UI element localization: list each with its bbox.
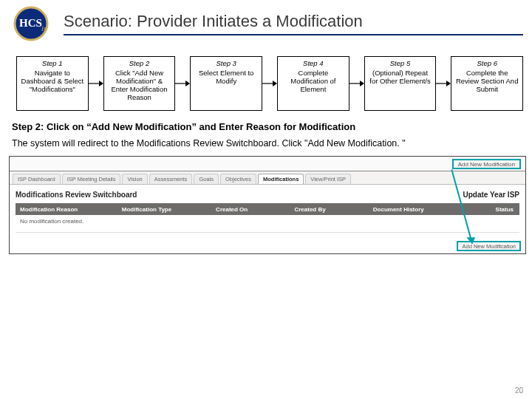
step-flow: Step 1 Navigate to Dashboard & Select "M… — [16, 56, 523, 111]
arrow-icon — [436, 56, 451, 111]
step-body: The system will redirect to the Modifica… — [12, 138, 523, 149]
screenshot-tabs: ISP Dashboard ISP Meeting Details Vision… — [10, 171, 525, 185]
arrow-icon — [175, 56, 190, 111]
step-instruction: Step 2: Click on “Add New Modification” … — [12, 121, 523, 132]
col-created-on: Created On — [211, 206, 290, 213]
svg-text:HCS: HCS — [19, 17, 42, 29]
tab-isp-dashboard[interactable]: ISP Dashboard — [13, 174, 61, 184]
tab-modifications[interactable]: Modifications — [258, 174, 304, 184]
panel-right-label: Update Year ISP — [463, 191, 519, 199]
page-title: Scenario: Provider Initiates a Modificat… — [64, 12, 523, 35]
step-box-3: Step 3 Select Element to Modify — [190, 56, 262, 111]
step-box-5: Step 5 (Optional) Repeat for Other Eleme… — [364, 56, 437, 111]
tab-assessments[interactable]: Assessments — [149, 174, 193, 184]
add-new-modification-button-bottom[interactable]: Add New Modification — [457, 241, 521, 251]
panel-title: Modifications Review Switchboard — [16, 191, 463, 199]
page-number: 20 — [515, 386, 523, 395]
arrow-icon — [262, 56, 277, 111]
tab-isp-meeting-details[interactable]: ISP Meeting Details — [62, 174, 121, 184]
arrow-icon — [349, 56, 364, 111]
slide-header: HCS is Scenario: Provider Initiates a Mo… — [9, 6, 523, 41]
table-header: Modification Reason Modification Type Cr… — [16, 203, 519, 215]
arrow-icon — [89, 56, 103, 111]
tab-goals[interactable]: Goals — [194, 174, 219, 184]
col-document-history: Document History — [369, 206, 463, 213]
step-box-2: Step 2 Click "Add New Modification" & En… — [103, 56, 176, 111]
col-created-by: Created By — [290, 206, 368, 213]
col-modification-reason: Modification Reason — [16, 206, 117, 213]
tab-vision[interactable]: Vision — [122, 174, 147, 184]
add-new-modification-button-top[interactable]: Add New Modification — [452, 159, 521, 169]
screenshot-mock: Add New Modification ISP Dashboard ISP M… — [9, 156, 526, 254]
tab-view-print-isp[interactable]: View/Print ISP — [305, 174, 351, 184]
svg-text:is: is — [41, 24, 47, 33]
step-box-6: Step 6 Complete the Review Section And S… — [451, 56, 523, 111]
screenshot-toolbar: Add New Modification — [10, 157, 525, 171]
hcsis-logo: HCS is — [9, 6, 56, 41]
step-box-1: Step 1 Navigate to Dashboard & Select "M… — [16, 56, 89, 111]
col-status: Status — [463, 206, 519, 213]
tab-objectives[interactable]: Objectives — [220, 174, 256, 184]
col-modification-type: Modification Type — [117, 206, 211, 213]
step-box-4: Step 4 Complete Modification of Element — [277, 56, 349, 111]
table-empty-row: No modification created. — [16, 215, 519, 233]
